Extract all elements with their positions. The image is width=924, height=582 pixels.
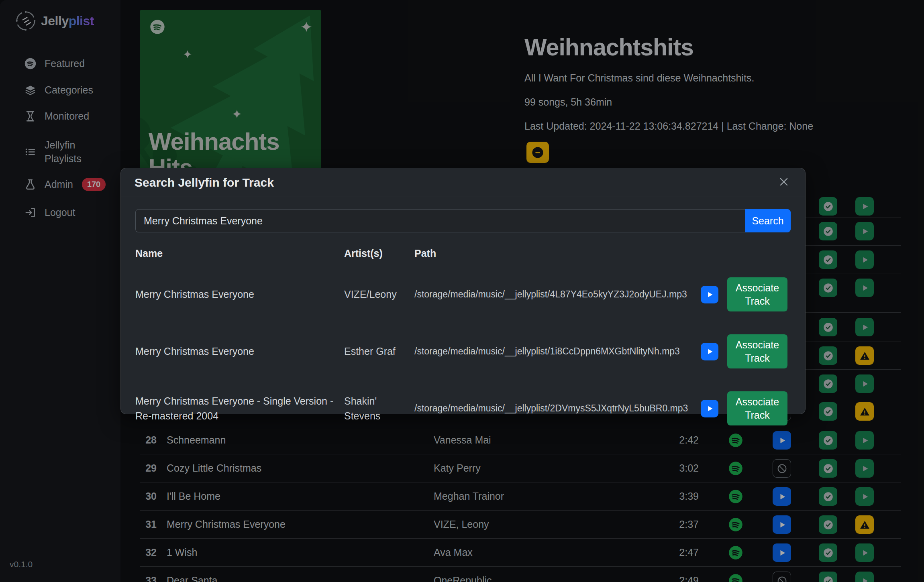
associate-track-button[interactable]: Associate Track [727,334,787,368]
close-icon[interactable] [776,175,791,190]
search-button[interactable]: Search [745,209,791,232]
result-name: Merry Christmas Everyone [135,266,344,323]
associate-track-button[interactable]: Associate Track [727,391,787,425]
column-header-name: Name [135,243,344,266]
result-name: Merry Christmas Everyone [135,323,344,380]
result-path: /storage/media/music/__jellyplist/4L87Y4… [414,266,701,323]
result-artists: VIZE/Leony [344,266,414,323]
preview-play-button[interactable] [701,343,718,360]
result-artists: Shakin' Stevens [344,380,414,437]
modal-body: Search Name Artist(s) Path Merry Christm… [121,197,805,437]
column-header-artists: Artist(s) [344,243,414,266]
modal-title: Search Jellyfin for Track [135,176,274,189]
result-row: Merry Christmas Everyone - Single Versio… [135,380,791,437]
column-header-path: Path [414,243,701,266]
preview-play-button[interactable] [701,400,718,417]
app: Jellyplist Featured Categories Monitored… [0,0,924,582]
search-input[interactable] [135,209,745,232]
preview-play-button[interactable] [701,286,718,303]
result-path: /storage/media/music/__jellyplist/2DVmys… [414,380,701,437]
result-path: /storage/media/music/__jellyplist/1i8CcD… [414,323,701,380]
result-row: Merry Christmas Everyone VIZE/Leony /sto… [135,266,791,323]
result-row: Merry Christmas Everyone Esther Graf /st… [135,323,791,380]
search-results-table: Name Artist(s) Path Merry Christmas Ever… [135,243,791,437]
search-group: Search [135,209,791,232]
associate-track-button[interactable]: Associate Track [727,277,787,311]
modal-header: Search Jellyfin for Track [121,168,805,197]
result-name: Merry Christmas Everyone - Single Versio… [135,380,344,437]
result-artists: Esther Graf [344,323,414,380]
search-jellyfin-modal: Search Jellyfin for Track Search Name Ar… [120,168,806,414]
